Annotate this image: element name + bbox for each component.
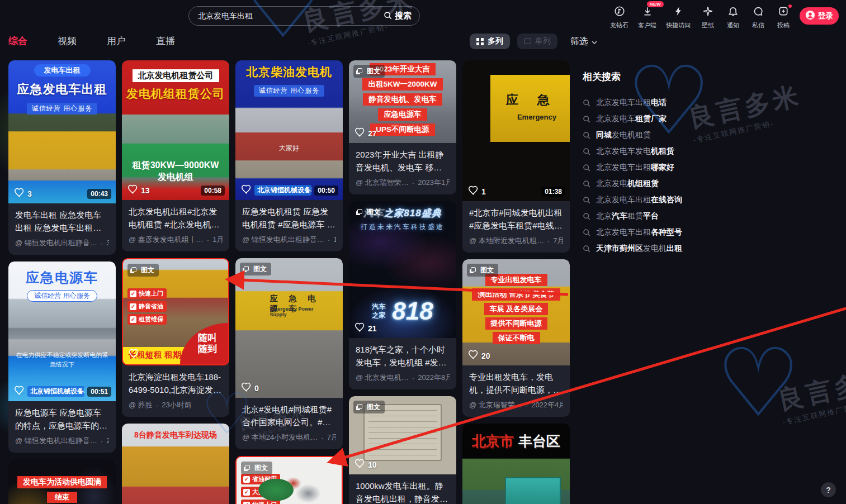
- related-search-item[interactable]: 北京发电车出租电话: [583, 94, 767, 111]
- result-card[interactable]: 北京市丰台区: [462, 424, 570, 504]
- result-card[interactable]: 发电车为活动供电圆满结束: [8, 459, 116, 504]
- multi-column-toggle[interactable]: 多列: [470, 34, 510, 49]
- nav-item-wand[interactable]: 壁纸: [700, 6, 716, 30]
- like-count: 1: [481, 187, 486, 196]
- video-thumbnail: 图文应 急 电 源 车Emergency Power Supply0: [235, 258, 343, 398]
- tab-综合[interactable]: 综合: [8, 35, 27, 47]
- video-author[interactable]: @ 本地附近发电机租…: [469, 236, 544, 246]
- thumbnail-text: 北京柴油发电机: [246, 64, 332, 80]
- video-thumbnail: 图文快速上门静音省油租赁维保07:55长租短租 租期灵活随叫 随到: [122, 258, 229, 365]
- tab-直播[interactable]: 直播: [156, 35, 175, 47]
- related-search-item[interactable]: 北京发电车租赁厂家: [583, 111, 767, 127]
- meta-separator: ·: [412, 374, 414, 382]
- related-search-segment: 北京发电车出租: [596, 227, 651, 236]
- result-card[interactable]: 北京发电机租赁公司发电机组租赁公司租赁30KW—9000KW发电机组1300:5…: [122, 60, 229, 251]
- result-card[interactable]: 8台静音发电车到达现场: [122, 424, 229, 504]
- video-thumbnail: 北京发电机租赁公司发电机组租赁公司租赁30KW—9000KW发电机组1300:5…: [122, 60, 229, 200]
- result-card[interactable]: 图文快速上门静音省油租赁维保07:55长租短租 租期灵活随叫 随到北京海淀出租发…: [122, 258, 229, 417]
- related-search-item[interactable]: 北京汽车租赁平台: [583, 208, 767, 224]
- thumbnail-overlay: 汽车之家818盛典打造未来汽车科技盛途汽车之家818: [349, 201, 456, 338]
- search-icon: [583, 180, 590, 188]
- result-card[interactable]: 图文2023年开业大吉出租5KW一2000KW静音发电机、发电车应急电源车UPS…: [349, 60, 456, 194]
- header-nav: 充钻石NEW客户端快捷访问壁纸通知私信投稿: [610, 6, 791, 30]
- meta-separator: ·: [156, 401, 158, 410]
- video-thumbnail: 图文省油耐用大型发电机快速上门: [235, 456, 343, 504]
- related-search-item[interactable]: 北京发电车出租在线咨询: [583, 192, 767, 208]
- related-search-text: 北京发电车出租哪家好: [596, 163, 674, 173]
- result-card[interactable]: 图文101000kw发电车出租。静音发电机出租，静音发电车租赁，北…@ 空压机，…: [349, 396, 456, 504]
- video-thumbnail: 8台静音发电车到达现场: [122, 424, 229, 504]
- thumbnail-overlay: 北京发电机租赁公司发电机组租赁公司租赁30KW—9000KW发电机组: [122, 60, 229, 200]
- tab-视频[interactable]: 视频: [58, 35, 77, 47]
- thumbnail-overlay: 发电车为活动供电圆满结束: [8, 459, 116, 504]
- media-type-label: 图文: [367, 402, 380, 412]
- thumbnail-overlay: 发电车出租应急发电车出租诚信经营 用心服务: [8, 60, 116, 203]
- meta-separator: ·: [101, 239, 103, 248]
- video-meta: @ 北京发电机…·2022年8月18日: [356, 373, 450, 383]
- gallery-icon: [131, 267, 136, 272]
- nav-item-label: 客户端: [638, 21, 656, 30]
- related-search-item[interactable]: 北京发电车发电机租赁: [583, 143, 767, 159]
- avatar-icon: [805, 10, 815, 22]
- related-search-item[interactable]: 北京发电车出租各种型号: [583, 224, 767, 240]
- nav-item-bell[interactable]: 通知: [725, 6, 741, 30]
- video-author[interactable]: @ 北京发电机…: [356, 373, 409, 383]
- tab-用户[interactable]: 用户: [107, 35, 126, 47]
- nav-item-chat[interactable]: 私信: [750, 6, 766, 30]
- result-card[interactable]: 应急电源车诚信经营 用心服务在电力供应不稳定或突发断电的紧急情况下北京锦恒机械设…: [8, 261, 116, 453]
- search-icon: [583, 212, 590, 220]
- video-author[interactable]: @ 锦恒发电机出租静音…: [15, 436, 97, 446]
- gallery-icon: [357, 404, 362, 409]
- related-search-item[interactable]: 北京发电机组租赁: [583, 175, 767, 192]
- video-author[interactable]: @ 荞胜: [129, 400, 153, 410]
- thumbnail-text: 静音发电机、发电车: [363, 93, 442, 106]
- single-column-toggle[interactable]: 单列: [517, 34, 557, 49]
- video-title: 北京海淀出租发电车188-6499-5010,北京海淀发电机出租，…: [129, 371, 223, 396]
- thumbnail-text: 应急发电车出租: [17, 81, 107, 98]
- result-card[interactable]: 图文应 急 电 源 车Emergency Power Supply0北京#发电机…: [235, 258, 343, 449]
- result-card[interactable]: 图文专业出租发电车演出活动 音乐节 美食节车展 及各类展会提供不间断电源保证不断…: [462, 259, 570, 417]
- search-input[interactable]: [197, 11, 384, 21]
- nav-item-download[interactable]: NEW客户端: [638, 6, 656, 30]
- media-type-badge: 图文: [353, 401, 385, 413]
- card-body: 北京#发电机#同城租赁#合作国家电网公司。#市发电机出租…@ 本地24小时发电机…: [235, 398, 343, 449]
- result-card[interactable]: 应 急Emergency101:38#北京市#同城发电机出租#应急发电车租赁#电…: [462, 60, 570, 253]
- meta-separator: ·: [547, 237, 550, 245]
- video-title: 北京发电机出租#北京发电机租赁 #北京发电机出租公司 北…: [129, 206, 223, 231]
- results-column: 北京柴油发电机诚信经营 用心服务大家好北京锦恒机械设备租赁有限…00:50应急发…: [235, 60, 343, 504]
- header-bell-icon: [727, 6, 739, 19]
- video-title: 北京#发电机#同城租赁#合作国家电网公司。#市发电机出租…: [242, 403, 336, 429]
- result-card[interactable]: 发电车出租应急发电车出租诚信经营 用心服务300:43发电车出租 应急发电车出租…: [8, 60, 116, 255]
- related-search-item[interactable]: 同城发电机租赁: [583, 127, 767, 143]
- thumbnail-text: 诚信经营 用心服务: [27, 290, 97, 302]
- help-button[interactable]: ?: [821, 482, 836, 497]
- result-card[interactable]: 图文省油耐用大型发电机快速上门: [235, 456, 343, 504]
- like-count: 13: [141, 186, 150, 195]
- header-plus-icon: [778, 6, 789, 19]
- media-type-badge: 图文: [467, 264, 498, 277]
- thumbnail-footer: 10: [355, 459, 452, 470]
- search-button[interactable]: 搜索: [384, 11, 412, 21]
- video-author[interactable]: @ 鑫彦发发电机组丨…: [129, 235, 204, 245]
- related-search-segment: 北京发电车出租: [596, 163, 651, 172]
- video-author[interactable]: @ 本地24小时发电机…: [242, 432, 318, 443]
- video-author[interactable]: @ 锦恒发电机出租静音…: [15, 238, 97, 248]
- video-author[interactable]: @ 北京瑞智荣…: [356, 178, 409, 188]
- media-type-label: 图文: [254, 463, 268, 473]
- related-search-item[interactable]: 北京发电车出租哪家好: [583, 159, 767, 175]
- video-thumbnail: 发电车出租应急发电车出租诚信经营 用心服务300:43: [8, 60, 116, 203]
- video-author[interactable]: @ 北京瑞智荣…: [469, 400, 522, 410]
- login-button[interactable]: 登录: [800, 7, 839, 25]
- filter-button[interactable]: 筛选: [570, 36, 597, 47]
- nav-item-diamond[interactable]: 充钻石: [610, 6, 628, 30]
- result-card[interactable]: 北京柴油发电机诚信经营 用心服务大家好北京锦恒机械设备租赁有限…00:50应急发…: [235, 60, 343, 251]
- search-bar[interactable]: 搜索: [188, 6, 420, 26]
- related-search-item[interactable]: 天津市蓟州区发电机出租: [583, 240, 767, 256]
- gallery-icon: [245, 465, 250, 470]
- result-card[interactable]: 图文汽车之家818盛典打造未来汽车科技盛途汽车之家81821818汽车之家，十个…: [349, 201, 456, 389]
- video-meta: @ 本地24小时发电机…·7月23日: [242, 432, 336, 443]
- nav-item-flash[interactable]: 快捷访问: [666, 6, 691, 30]
- nav-item-plus[interactable]: 投稿: [776, 6, 791, 30]
- video-author[interactable]: @ 锦恒发电机出租静音…: [242, 235, 324, 245]
- thumbnail-text: 结束: [47, 492, 77, 503]
